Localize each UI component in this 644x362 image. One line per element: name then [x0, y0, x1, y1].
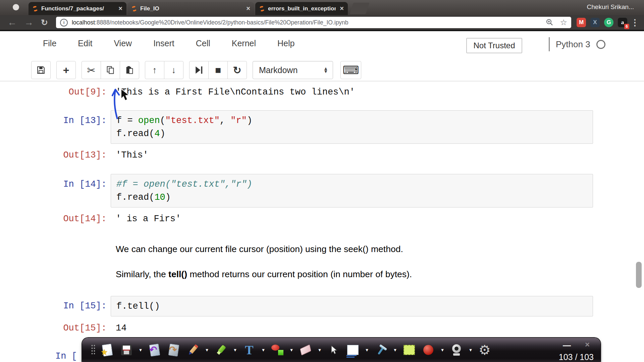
selection-tool-button[interactable]: [402, 342, 417, 358]
browser-tab-file-io[interactable]: File_IO ×: [127, 2, 254, 15]
plus-icon: +: [63, 64, 69, 76]
restart-kernel-button[interactable]: ↻: [227, 61, 247, 79]
x-extension-icon[interactable]: X: [590, 18, 600, 27]
floppy-icon: [121, 345, 132, 355]
refresh-icon: ↻: [233, 64, 241, 76]
text-options-caret-icon[interactable]: ▾: [261, 347, 266, 353]
arrow-down-icon: ↓: [171, 65, 176, 75]
reload-icon[interactable]: ↻: [41, 18, 48, 27]
clear-options-caret-icon[interactable]: ▾: [393, 347, 397, 353]
code-line: f.read(4): [116, 127, 587, 140]
output-prompt: Out[14]:: [20, 212, 107, 226]
pen-tool-button[interactable]: [185, 342, 200, 358]
amazon-extension-icon[interactable]: a 6: [618, 18, 627, 27]
scrollbar-thumb[interactable]: [636, 262, 642, 288]
eraser-tool-button[interactable]: [298, 342, 313, 358]
code-editor[interactable]: f = open("test.txt", "r") f.read(4): [111, 110, 593, 144]
undo-arrow-icon: ↶: [149, 344, 157, 355]
save-drawing-button[interactable]: [119, 342, 134, 358]
eraser-options-caret-icon[interactable]: ▾: [317, 347, 322, 353]
shapes-tool-button[interactable]: [270, 342, 285, 358]
code-editor[interactable]: #f = open("test.txt","r") f.read(10): [111, 174, 593, 207]
tab-close-icon[interactable]: ×: [118, 5, 122, 12]
extension-badge: 6: [624, 24, 629, 29]
menu-view[interactable]: View: [114, 39, 132, 48]
paste-cell-button[interactable]: [120, 61, 139, 79]
back-icon[interactable]: ←: [7, 18, 17, 27]
toolbar-drag-handle[interactable]: [91, 344, 96, 356]
run-cell-button[interactable]: [189, 61, 209, 79]
webcam-options-caret-icon[interactable]: ▾: [468, 347, 473, 353]
toolbar-close-icon[interactable]: ×: [585, 340, 590, 349]
menu-kernel[interactable]: Kernel: [232, 39, 256, 48]
menu-file[interactable]: File: [43, 39, 56, 48]
interrupt-kernel-button[interactable]: ■: [208, 61, 228, 79]
menu-cell[interactable]: Cell: [196, 39, 210, 48]
tab-label: File_IO: [140, 5, 242, 12]
menu-insert[interactable]: Insert: [153, 39, 174, 48]
browser-url-bar: ← → ↻ i localhost:8888/notebooks/Google%…: [0, 15, 644, 31]
star-icon: ★: [101, 348, 108, 357]
redo-arrow-icon: ↷: [169, 344, 177, 355]
clear-screen-button[interactable]: [374, 342, 388, 358]
menu-edit[interactable]: Edit: [78, 39, 92, 48]
browser-tab-errors[interactable]: errors_built_in_exceptions ×: [255, 2, 348, 15]
text-tool-button[interactable]: T: [242, 342, 257, 358]
screen: Functions/7_packages/ × File_IO × errors…: [0, 0, 644, 362]
move-cell-down-button[interactable]: ↓: [164, 61, 183, 79]
chrome-menu-icon[interactable]: ⋮: [631, 17, 639, 28]
highlighter-tool-button[interactable]: [214, 342, 228, 358]
cell-type-dropdown[interactable]: Markdown ▲▼: [253, 61, 333, 79]
menu-help[interactable]: Help: [277, 39, 294, 48]
window-close-button[interactable]: [13, 4, 19, 10]
record-options-caret-icon[interactable]: ▾: [440, 347, 445, 353]
redo-button[interactable]: ↷: [166, 342, 181, 358]
os-user-menu[interactable]: Chekuri Srikan...: [587, 3, 634, 11]
cut-cell-button[interactable]: ✂: [82, 61, 101, 79]
browser-tab-functions[interactable]: Functions/7_packages/ ×: [29, 2, 126, 15]
toolbar-minimize-icon[interactable]: —: [563, 341, 571, 350]
settings-button[interactable]: ⚙: [477, 342, 492, 358]
shapes-options-caret-icon[interactable]: ▾: [289, 347, 294, 353]
whiteboard-tool-button[interactable]: [345, 342, 360, 358]
new-tab-button[interactable]: [350, 3, 369, 14]
command-palette-button[interactable]: ⌨: [340, 61, 361, 79]
save-options-caret-icon[interactable]: ▾: [138, 347, 143, 353]
pointer-tool-button[interactable]: [326, 342, 341, 358]
pen-options-caret-icon[interactable]: ▾: [205, 347, 209, 353]
page-info-icon[interactable]: i: [60, 19, 68, 26]
move-cell-up-button[interactable]: ↑: [145, 61, 164, 79]
copy-cell-button[interactable]: [101, 61, 120, 79]
input-prompt: In [13]:: [20, 114, 107, 127]
output-prompt: Out[13]:: [20, 148, 107, 162]
whiteboard-options-caret-icon[interactable]: ▾: [365, 347, 369, 353]
notebook-menubar: File Edit View Insert Cell Kernel Help: [43, 39, 294, 48]
highlighter-options-caret-icon[interactable]: ▾: [233, 347, 237, 353]
gmail-extension-icon[interactable]: M: [577, 18, 586, 27]
undo-button[interactable]: ↶: [147, 342, 162, 358]
add-cell-button[interactable]: +: [56, 61, 76, 79]
zoom-in-icon[interactable]: [546, 18, 554, 26]
code-line: f = open("test.txt", "r"): [116, 114, 587, 127]
url-text[interactable]: localhost:8888/notebooks/Google%20Drive/…: [72, 19, 543, 26]
jupyter-favicon-icon: [32, 5, 39, 12]
not-trusted-button[interactable]: Not Trusted: [466, 38, 522, 53]
scissors-icon: ✂: [87, 64, 95, 76]
webcam-button[interactable]: [449, 342, 464, 358]
code-editor[interactable]: f.tell(): [111, 296, 593, 316]
record-button[interactable]: [421, 342, 436, 358]
highlighter-icon: [216, 345, 226, 355]
new-page-button[interactable]: ★: [100, 342, 115, 358]
save-button[interactable]: [31, 61, 51, 79]
page-counter: 103 / 103: [559, 352, 594, 362]
notebook-header: File Edit View Insert Cell Kernel Help N…: [0, 31, 644, 81]
pencil-icon: [187, 344, 198, 356]
address-bar[interactable]: i localhost:8888/notebooks/Google%20Driv…: [56, 17, 571, 28]
notebook-content: Out[9]: 'This is a First File\nContains …: [0, 81, 644, 362]
output-text: 14: [116, 321, 126, 335]
grammarly-extension-icon[interactable]: G: [604, 18, 613, 27]
tab-close-icon[interactable]: ×: [340, 5, 344, 12]
forward-icon[interactable]: →: [24, 18, 34, 27]
tab-close-icon[interactable]: ×: [246, 5, 250, 12]
bookmark-star-icon[interactable]: ☆: [560, 18, 567, 27]
